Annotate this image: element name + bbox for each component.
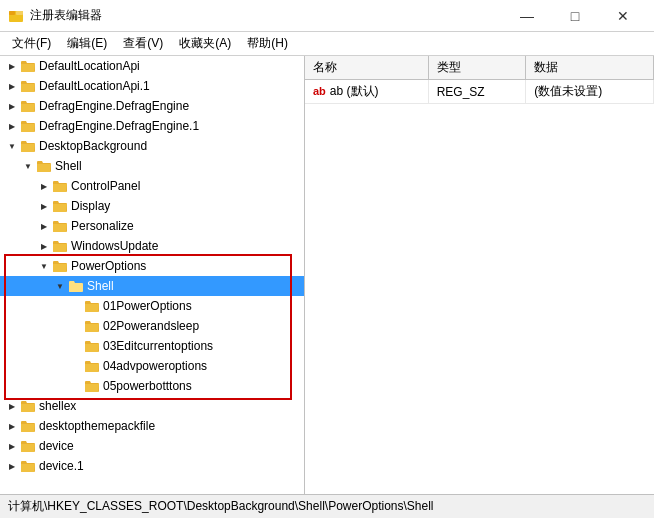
main-area: ▶ DefaultLocationApi▶ DefaultLocationApi… (0, 56, 654, 494)
tree-expand-icon[interactable]: ▶ (4, 396, 20, 416)
tree-item-label: DefragEngine.DefragEngine (39, 99, 189, 113)
folder-icon (52, 178, 68, 194)
tree-expand-icon[interactable]: ▼ (20, 156, 36, 176)
tree-expand-icon[interactable]: ▶ (4, 76, 20, 96)
col-type: 类型 (428, 56, 526, 80)
tree-item[interactable]: ▶ device.1 (0, 456, 304, 476)
folder-icon (20, 118, 36, 134)
tree-item-label: ControlPanel (71, 179, 140, 193)
folder-icon (20, 58, 36, 74)
table-body: abab (默认)REG_SZ(数值未设置) (305, 80, 654, 104)
tree-item[interactable]: ▶ Personalize (0, 216, 304, 236)
folder-icon (52, 238, 68, 254)
folder-icon (52, 258, 68, 274)
folder-icon (84, 378, 100, 394)
tree-item[interactable]: ▼ DesktopBackground (0, 136, 304, 156)
tree-item-label: device.1 (39, 459, 84, 473)
title-bar: 注册表编辑器 — □ ✕ (0, 0, 654, 32)
registry-table: 名称 类型 数据 abab (默认)REG_SZ(数值未设置) (305, 56, 654, 104)
menu-help[interactable]: 帮助(H) (239, 32, 296, 56)
menu-view[interactable]: 查看(V) (115, 32, 171, 56)
cell-data: (数值未设置) (526, 80, 654, 104)
tree-item[interactable]: ▼ Shell (0, 276, 304, 296)
tree-item-label: PowerOptions (71, 259, 146, 273)
folder-icon (20, 458, 36, 474)
tree-expand-icon[interactable]: ▶ (4, 436, 20, 456)
table-header-row: 名称 类型 数据 (305, 56, 654, 80)
tree-item-label: DefaultLocationApi.1 (39, 79, 150, 93)
tree-expand-icon[interactable]: ▼ (4, 136, 20, 156)
folder-icon (84, 338, 100, 354)
folder-icon (68, 278, 84, 294)
minimize-button[interactable]: — (504, 0, 550, 32)
ab-icon: ab (313, 85, 326, 97)
tree-item[interactable]: ▶ desktopthemepackfile (0, 416, 304, 436)
tree-expand-empty (68, 356, 84, 376)
tree-item-label: Display (71, 199, 110, 213)
tree-item[interactable]: ▶ DefragEngine.DefragEngine.1 (0, 116, 304, 136)
tree-expand-icon[interactable]: ▶ (36, 196, 52, 216)
tree-item[interactable]: 01PowerOptions (0, 296, 304, 316)
tree-expand-empty (68, 376, 84, 396)
folder-icon (20, 418, 36, 434)
menu-file[interactable]: 文件(F) (4, 32, 59, 56)
table-row[interactable]: abab (默认)REG_SZ(数值未设置) (305, 80, 654, 104)
tree-expand-icon[interactable]: ▶ (4, 456, 20, 476)
tree-expand-icon[interactable]: ▶ (4, 56, 20, 76)
tree-expand-icon[interactable]: ▶ (4, 116, 20, 136)
svg-rect-1 (9, 11, 15, 15)
col-data: 数据 (526, 56, 654, 80)
tree-pane[interactable]: ▶ DefaultLocationApi▶ DefaultLocationApi… (0, 56, 305, 494)
tree-item[interactable]: ▶ shellex (0, 396, 304, 416)
tree-expand-icon[interactable]: ▶ (4, 96, 20, 116)
tree-item-label: Personalize (71, 219, 134, 233)
folder-icon (84, 298, 100, 314)
app-title: 注册表编辑器 (30, 7, 504, 24)
tree-item[interactable]: 02Powerandsleep (0, 316, 304, 336)
tree-item-label: 05powerbotttons (103, 379, 192, 393)
app-icon (8, 8, 24, 24)
tree-item[interactable]: ▶ WindowsUpdate (0, 236, 304, 256)
folder-icon (20, 78, 36, 94)
maximize-button[interactable]: □ (552, 0, 598, 32)
cell-type: REG_SZ (428, 80, 526, 104)
cell-name-text: ab (默认) (330, 84, 379, 98)
tree-expand-icon[interactable]: ▶ (36, 176, 52, 196)
tree-item[interactable]: ▶ device (0, 436, 304, 456)
tree-item[interactable]: 05powerbotttons (0, 376, 304, 396)
tree-expand-icon[interactable]: ▼ (52, 276, 68, 296)
right-pane[interactable]: 名称 类型 数据 abab (默认)REG_SZ(数值未设置) (305, 56, 654, 494)
tree-item[interactable]: 04advpoweroptions (0, 356, 304, 376)
folder-icon (20, 98, 36, 114)
tree-item-label: 02Powerandsleep (103, 319, 199, 333)
folder-icon (84, 318, 100, 334)
menu-bar: 文件(F) 编辑(E) 查看(V) 收藏夹(A) 帮助(H) (0, 32, 654, 56)
tree-item[interactable]: ▼ PowerOptions (0, 256, 304, 276)
tree-item[interactable]: ▶ DefaultLocationApi (0, 56, 304, 76)
tree-expand-empty (68, 316, 84, 336)
tree-item[interactable]: ▶ ControlPanel (0, 176, 304, 196)
tree-item-label: WindowsUpdate (71, 239, 158, 253)
close-button[interactable]: ✕ (600, 0, 646, 32)
tree-item-label: Shell (87, 279, 114, 293)
tree-expand-icon[interactable]: ▼ (36, 256, 52, 276)
tree-expand-empty (68, 296, 84, 316)
col-name: 名称 (305, 56, 428, 80)
tree-item-label: 01PowerOptions (103, 299, 192, 313)
tree-item-label: 03Editcurrentoptions (103, 339, 213, 353)
folder-icon (52, 198, 68, 214)
menu-edit[interactable]: 编辑(E) (59, 32, 115, 56)
tree-item[interactable]: ▶ DefaultLocationApi.1 (0, 76, 304, 96)
folder-icon (20, 398, 36, 414)
tree-expand-icon[interactable]: ▶ (4, 416, 20, 436)
tree-item-label: DesktopBackground (39, 139, 147, 153)
menu-favorites[interactable]: 收藏夹(A) (171, 32, 239, 56)
tree-item[interactable]: ▶ Display (0, 196, 304, 216)
tree-item[interactable]: ▼ Shell (0, 156, 304, 176)
tree-expand-icon[interactable]: ▶ (36, 216, 52, 236)
tree-item-label: device (39, 439, 74, 453)
tree-item[interactable]: 03Editcurrentoptions (0, 336, 304, 356)
tree-item[interactable]: ▶ DefragEngine.DefragEngine (0, 96, 304, 116)
tree-wrapper: ▶ DefaultLocationApi▶ DefaultLocationApi… (0, 56, 304, 494)
tree-expand-icon[interactable]: ▶ (36, 236, 52, 256)
